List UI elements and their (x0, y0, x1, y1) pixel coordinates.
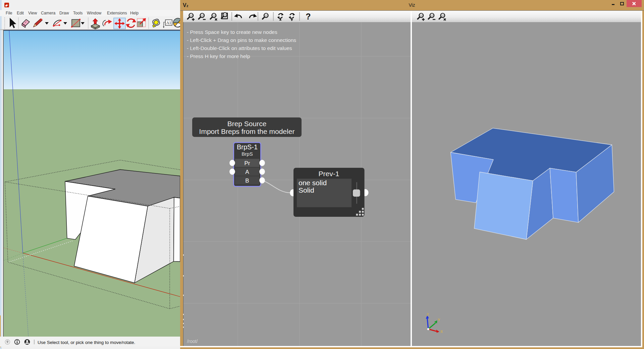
svg-text:Prev-1: Prev-1 (319, 170, 339, 178)
svg-text:Brep Source: Brep Source (227, 120, 267, 128)
svg-text:Y: Y (438, 318, 440, 322)
svg-text:- Press Space key to create ne: - Press Space key to create new nodes (187, 29, 277, 35)
svg-text:- Left-Click + Drag on pins to: - Left-Click + Drag on pins to make conn… (187, 37, 296, 43)
svg-text:B: B (245, 178, 249, 184)
svg-text:A: A (245, 169, 249, 175)
svg-text:- Left-Double-Click on attribu: - Left-Double-Click on attributes to edi… (187, 45, 292, 51)
svg-text:one solid: one solid (299, 179, 327, 187)
svg-text:Draw: Draw (59, 11, 69, 15)
svg-text:Viz: Viz (409, 2, 415, 8)
svg-text:Pr: Pr (245, 160, 250, 166)
svg-text:X: X (440, 330, 443, 334)
svg-text:Extensions: Extensions (107, 11, 127, 15)
svg-text:File: File (6, 11, 12, 15)
svg-text:Z: Z (426, 313, 429, 317)
svg-text:BrpS: BrpS (241, 151, 253, 157)
svg-text:Import Breps from the modeler: Import Breps from the modeler (199, 128, 295, 135)
svg-text:Camera: Camera (41, 11, 56, 15)
svg-text:z: z (186, 4, 189, 8)
svg-text:Help: Help (130, 11, 139, 15)
svg-text:Window: Window (87, 11, 102, 15)
svg-text:?: ? (306, 12, 311, 21)
svg-text:A1: A1 (166, 20, 171, 25)
svg-text:Use Select tool, or pick one t: Use Select tool, or pick one thing to mo… (38, 340, 135, 345)
svg-text:/root/: /root/ (187, 339, 198, 344)
svg-text:View: View (28, 11, 37, 15)
svg-text:Solid: Solid (299, 186, 314, 194)
svg-text:- Press H key for more help: - Press H key for more help (187, 53, 250, 59)
svg-text:BrpS-1: BrpS-1 (237, 143, 258, 151)
svg-text:V: V (183, 2, 186, 8)
svg-text:Edit: Edit (17, 11, 24, 15)
svg-text:Tools: Tools (73, 11, 83, 15)
